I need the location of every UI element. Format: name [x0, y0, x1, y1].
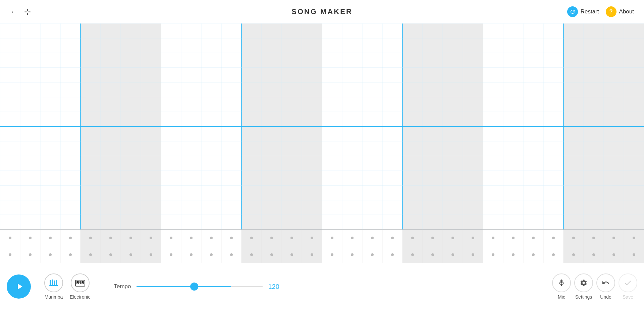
footer: Marimba Electronic Tempo: [0, 263, 644, 310]
grid-area: [0, 23, 644, 263]
about-icon: ?: [606, 6, 616, 17]
restart-label: Restart: [581, 8, 599, 15]
instrument-group: Marimba Electronic: [44, 273, 90, 300]
mic-icon: [557, 279, 566, 287]
back-icon: ←: [10, 7, 17, 16]
restart-icon: [567, 6, 578, 17]
save-action[interactable]: Save: [619, 273, 637, 300]
mic-button[interactable]: [552, 273, 571, 292]
marimba-icon: [44, 273, 63, 292]
svg-rect-4: [49, 285, 58, 286]
save-icon: [624, 279, 632, 287]
marimba-label: Marimba: [45, 294, 63, 300]
header: ← ⊹ SONG MAKER Restart ? About: [0, 0, 644, 23]
save-button[interactable]: [619, 273, 637, 292]
undo-button[interactable]: [596, 273, 615, 292]
undo-label: Undo: [600, 294, 611, 300]
svg-rect-10: [83, 281, 84, 284]
about-label: About: [619, 8, 634, 15]
play-icon: [14, 282, 24, 292]
restart-button[interactable]: Restart: [567, 6, 599, 17]
move-icon: ⊹: [24, 7, 31, 16]
settings-button[interactable]: [574, 273, 593, 292]
tempo-value: 120: [268, 283, 281, 291]
song-grid-canvas[interactable]: [0, 23, 644, 263]
svg-rect-0: [50, 280, 51, 286]
tempo-label: Tempo: [114, 283, 131, 290]
svg-rect-13: [82, 281, 83, 283]
instrument-marimba[interactable]: Marimba: [44, 273, 63, 300]
about-button[interactable]: ? About: [606, 6, 634, 17]
svg-rect-2: [54, 281, 55, 286]
svg-rect-1: [52, 280, 53, 286]
settings-label: Settings: [575, 294, 592, 300]
mic-action[interactable]: Mic: [552, 273, 571, 300]
header-left: ← ⊹: [10, 7, 31, 16]
svg-rect-8: [80, 281, 81, 284]
settings-action[interactable]: Settings: [574, 273, 593, 300]
undo-icon: [602, 279, 610, 287]
settings-icon: [580, 279, 588, 287]
tempo-slider[interactable]: [137, 286, 263, 287]
svg-rect-12: [79, 281, 79, 283]
page-title: SONG MAKER: [291, 7, 353, 16]
footer-actions: Mic Settings Undo Sa: [552, 273, 637, 300]
move-button[interactable]: ⊹: [24, 7, 31, 16]
svg-rect-11: [77, 281, 78, 283]
electronic-label: Electronic: [70, 294, 90, 300]
undo-action[interactable]: Undo: [596, 273, 615, 300]
tempo-group: Tempo 120: [114, 283, 281, 291]
save-label: Save: [623, 294, 633, 300]
svg-rect-3: [56, 280, 57, 286]
play-button[interactable]: [7, 274, 31, 299]
mic-label: Mic: [558, 294, 565, 300]
header-right: Restart ? About: [567, 6, 634, 17]
back-button[interactable]: ←: [10, 7, 17, 16]
electronic-icon: [71, 273, 90, 292]
instrument-electronic[interactable]: Electronic: [70, 273, 90, 300]
